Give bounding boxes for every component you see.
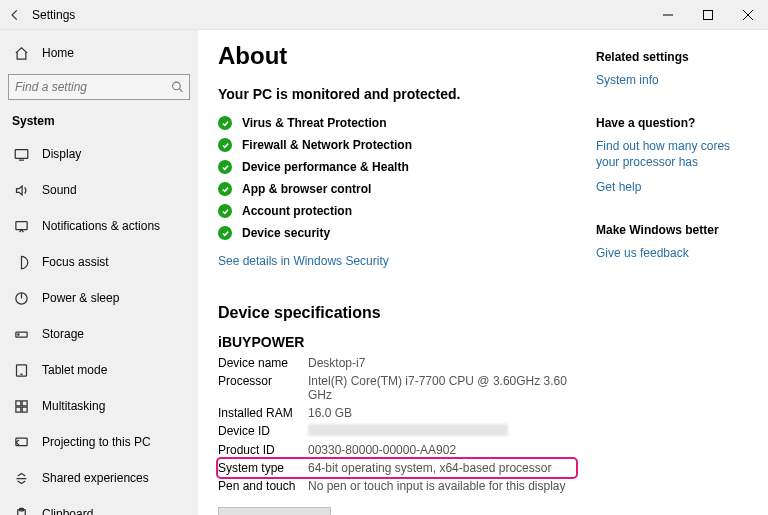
- sidebar-item-clipboard[interactable]: Clipboard: [0, 496, 198, 515]
- sidebar-item-power-sleep[interactable]: Power & sleep: [0, 280, 198, 316]
- check-icon: [218, 204, 232, 218]
- spec-row: Installed RAM16.0 GB: [218, 404, 576, 422]
- protection-subheading: Your PC is monitored and protected.: [218, 86, 576, 102]
- check-icon: [218, 116, 232, 130]
- sidebar-home[interactable]: Home: [0, 36, 198, 70]
- minimize-button[interactable]: [648, 0, 688, 30]
- protection-item: App & browser control: [218, 178, 576, 200]
- svg-rect-6: [15, 149, 28, 158]
- sidebar-item-label: Notifications & actions: [42, 219, 160, 233]
- have-question-heading: Have a question?: [596, 116, 754, 130]
- sidebar-item-projecting[interactable]: Projecting to this PC: [0, 424, 198, 460]
- svg-rect-16: [22, 400, 27, 405]
- protection-item: Device performance & Health: [218, 156, 576, 178]
- rename-pc-button[interactable]: Rename this PC: [218, 507, 331, 515]
- check-icon: [218, 160, 232, 174]
- sidebar-item-storage[interactable]: Storage: [0, 316, 198, 352]
- sidebar-item-label: Clipboard: [42, 507, 93, 515]
- multitasking-icon: [12, 399, 30, 414]
- get-help-link[interactable]: Get help: [596, 179, 754, 195]
- search-icon: [171, 81, 184, 94]
- see-details-link[interactable]: See details in Windows Security: [218, 254, 576, 268]
- sidebar-item-tablet-mode[interactable]: Tablet mode: [0, 352, 198, 388]
- sidebar-item-label: Focus assist: [42, 255, 109, 269]
- protection-list: Virus & Threat Protection Firewall & Net…: [218, 112, 576, 244]
- close-button[interactable]: [728, 0, 768, 30]
- spec-row: Product ID00330-80000-00000-AA902: [218, 441, 576, 459]
- sidebar-home-label: Home: [42, 46, 74, 60]
- sidebar-item-label: Display: [42, 147, 81, 161]
- sidebar-item-shared-experiences[interactable]: Shared experiences: [0, 460, 198, 496]
- notifications-icon: [12, 219, 30, 234]
- sidebar-item-notifications[interactable]: Notifications & actions: [0, 208, 198, 244]
- svg-point-12: [17, 333, 18, 334]
- window-title: Settings: [30, 8, 648, 22]
- blurred-value: [308, 424, 508, 436]
- maximize-button[interactable]: [688, 0, 728, 30]
- shared-icon: [12, 471, 30, 486]
- spec-row-system-type: System type64-bit operating system, x64-…: [218, 459, 576, 477]
- device-brand: iBUYPOWER: [218, 334, 576, 350]
- display-icon: [12, 147, 30, 162]
- check-icon: [218, 226, 232, 240]
- clipboard-icon: [12, 507, 30, 516]
- home-icon: [12, 46, 30, 61]
- svg-rect-17: [15, 407, 20, 412]
- sidebar-item-label: Sound: [42, 183, 77, 197]
- sidebar-item-focus-assist[interactable]: Focus assist: [0, 244, 198, 280]
- protection-item: Firewall & Network Protection: [218, 134, 576, 156]
- focus-assist-icon: [12, 255, 30, 270]
- svg-rect-8: [15, 221, 26, 229]
- protection-item: Device security: [218, 222, 576, 244]
- cores-link[interactable]: Find out how many cores your processor h…: [596, 138, 754, 170]
- svg-rect-1: [704, 10, 713, 19]
- protection-item: Virus & Threat Protection: [218, 112, 576, 134]
- sidebar: Home System Display Sound: [0, 30, 198, 515]
- specs-table: Device nameDesktop-i7 ProcessorIntel(R) …: [218, 354, 576, 495]
- check-icon: [218, 138, 232, 152]
- feedback-link[interactable]: Give us feedback: [596, 245, 754, 261]
- system-info-link[interactable]: System info: [596, 72, 754, 88]
- sidebar-item-multitasking[interactable]: Multitasking: [0, 388, 198, 424]
- spec-row: Device ID: [218, 422, 576, 441]
- protection-item: Account protection: [218, 200, 576, 222]
- make-better-heading: Make Windows better: [596, 223, 754, 237]
- spec-row: Pen and touchNo pen or touch input is av…: [218, 477, 576, 495]
- titlebar: Settings: [0, 0, 768, 30]
- svg-point-4: [173, 82, 181, 90]
- storage-icon: [12, 327, 30, 342]
- back-button[interactable]: [0, 8, 30, 22]
- related-settings-heading: Related settings: [596, 50, 754, 64]
- search-input[interactable]: [8, 74, 190, 100]
- sidebar-item-display[interactable]: Display: [0, 136, 198, 172]
- page-title: About: [218, 42, 576, 70]
- sound-icon: [12, 183, 30, 198]
- projecting-icon: [12, 435, 30, 450]
- main-content: About Your PC is monitored and protected…: [198, 30, 596, 515]
- sidebar-item-sound[interactable]: Sound: [0, 172, 198, 208]
- sidebar-item-label: Storage: [42, 327, 84, 341]
- svg-rect-15: [15, 400, 20, 405]
- power-icon: [12, 291, 30, 306]
- sidebar-item-label: Projecting to this PC: [42, 435, 151, 449]
- check-icon: [218, 182, 232, 196]
- sidebar-item-label: Tablet mode: [42, 363, 107, 377]
- search-input-wrap: [8, 74, 190, 100]
- spec-row: ProcessorIntel(R) Core(TM) i7-7700 CPU @…: [218, 372, 576, 404]
- svg-line-5: [179, 89, 182, 92]
- sidebar-item-label: Power & sleep: [42, 291, 119, 305]
- tablet-icon: [12, 363, 30, 378]
- spec-row: Device nameDesktop-i7: [218, 354, 576, 372]
- sidebar-category: System: [0, 110, 198, 136]
- right-column: Related settings System info Have a ques…: [596, 30, 768, 515]
- device-spec-heading: Device specifications: [218, 304, 576, 322]
- sidebar-item-label: Shared experiences: [42, 471, 149, 485]
- svg-rect-18: [22, 407, 27, 412]
- sidebar-item-label: Multitasking: [42, 399, 105, 413]
